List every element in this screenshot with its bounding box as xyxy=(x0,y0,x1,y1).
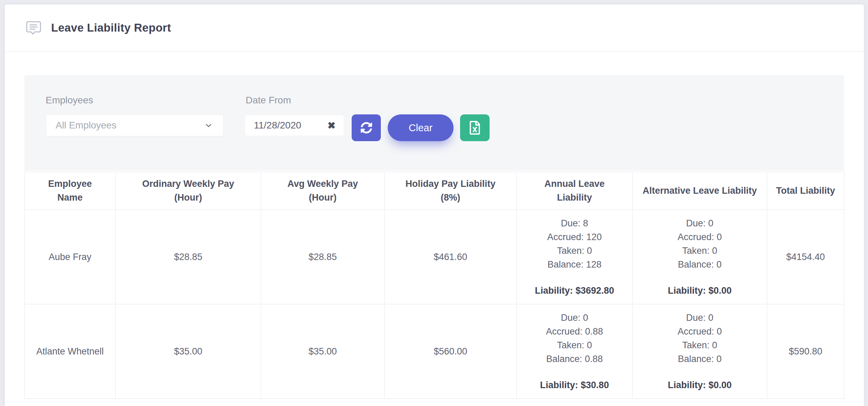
col-alternative-leave-liability: Alternative Leave Liability xyxy=(633,172,767,210)
page-title: Leave Liability Report xyxy=(51,21,171,34)
cell-ordinary-weekly-pay: $28.85 xyxy=(116,210,261,304)
cell-ordinary-weekly-pay: $35.00 xyxy=(116,304,261,399)
date-from-input[interactable]: 11/28/2020 ✖ xyxy=(245,115,344,136)
clear-date-icon[interactable]: ✖ xyxy=(328,120,336,131)
annual-accrued: Accrued: 120 xyxy=(517,230,632,244)
alt-balance: Balance: 0 xyxy=(633,258,767,271)
annual-due: Due: 0 xyxy=(517,311,632,325)
cell-holiday-pay-liability: $461.60 xyxy=(385,210,517,304)
cell-total-liability: $590.80 xyxy=(767,304,844,399)
cell-avg-weekly-pay: $35.00 xyxy=(261,304,385,399)
cell-alternative-leave: Due: 0 Accrued: 0 Taken: 0 Balance: 0 Li… xyxy=(633,304,767,399)
cell-holiday-pay-liability: $560.00 xyxy=(385,304,517,399)
col-ordinary-weekly-pay: Ordinary Weekly Pay (Hour) xyxy=(116,172,261,210)
cell-employee-name: Aube Fray xyxy=(25,210,116,304)
alt-accrued: Accrued: 0 xyxy=(633,325,767,338)
col-employee-name: Employee Name xyxy=(25,172,116,210)
table-header-row: Employee Name Ordinary Weekly Pay (Hour)… xyxy=(25,172,844,210)
alt-accrued: Accrued: 0 xyxy=(633,230,767,244)
cell-employee-name: Atlante Whetnell xyxy=(25,304,116,399)
alt-due: Due: 0 xyxy=(633,216,767,230)
col-annual-leave-liability: Annual Leave Liability xyxy=(517,172,633,210)
employees-select-value: All Employees xyxy=(56,120,116,131)
alt-liability: Liability: $0.00 xyxy=(633,378,767,392)
export-excel-button[interactable] xyxy=(460,114,490,141)
date-from-label: Date From xyxy=(246,95,291,106)
report-header: Leave Liability Report xyxy=(5,4,864,52)
chevron-down-icon xyxy=(204,121,213,130)
table-row: Aube Fray $28.85 $28.85 $461.60 Due: 8 A… xyxy=(25,210,844,304)
report-comment-icon xyxy=(26,21,42,35)
file-excel-icon xyxy=(470,121,480,135)
liability-table: Employee Name Ordinary Weekly Pay (Hour)… xyxy=(24,172,844,399)
annual-accrued: Accrued: 0.88 xyxy=(517,325,632,338)
alt-taken: Taken: 0 xyxy=(633,244,767,258)
annual-balance: Balance: 0.88 xyxy=(517,352,632,366)
cell-annual-leave: Due: 8 Accrued: 120 Taken: 0 Balance: 12… xyxy=(517,210,633,304)
cell-total-liability: $4154.40 xyxy=(767,210,844,304)
date-from-value: 11/28/2020 xyxy=(254,120,301,131)
clear-button[interactable]: Clear xyxy=(388,114,454,141)
employees-select[interactable]: All Employees xyxy=(46,114,224,136)
col-total-liability: Total Liability xyxy=(767,172,844,210)
alt-balance: Balance: 0 xyxy=(633,352,767,366)
employees-label: Employees xyxy=(46,95,93,106)
refresh-button[interactable] xyxy=(352,114,381,141)
annual-balance: Balance: 128 xyxy=(517,258,632,271)
cell-avg-weekly-pay: $28.85 xyxy=(261,210,385,304)
alt-due: Due: 0 xyxy=(633,311,767,325)
sync-icon xyxy=(361,122,372,134)
cell-alternative-leave: Due: 0 Accrued: 0 Taken: 0 Balance: 0 Li… xyxy=(633,210,767,304)
annual-taken: Taken: 0 xyxy=(517,338,632,352)
alt-taken: Taken: 0 xyxy=(633,338,767,352)
annual-taken: Taken: 0 xyxy=(517,244,632,258)
col-avg-weekly-pay: Avg Weekly Pay (Hour) xyxy=(261,172,385,210)
cell-annual-leave: Due: 0 Accrued: 0.88 Taken: 0 Balance: 0… xyxy=(517,304,633,399)
annual-due: Due: 8 xyxy=(517,216,632,230)
annual-liability: Liability: $30.80 xyxy=(517,378,632,392)
filter-panel: Employees Date From All Employees 11/28/… xyxy=(24,75,844,171)
report-card: Leave Liability Report Employees Date Fr… xyxy=(5,4,864,406)
page-background: Leave Liability Report Employees Date Fr… xyxy=(0,0,868,406)
table-row: Atlante Whetnell $35.00 $35.00 $560.00 D… xyxy=(25,304,844,399)
col-holiday-pay-liability: Holiday Pay Liability (8%) xyxy=(385,172,517,210)
alt-liability: Liability: $0.00 xyxy=(633,284,767,297)
annual-liability: Liability: $3692.80 xyxy=(517,284,632,297)
